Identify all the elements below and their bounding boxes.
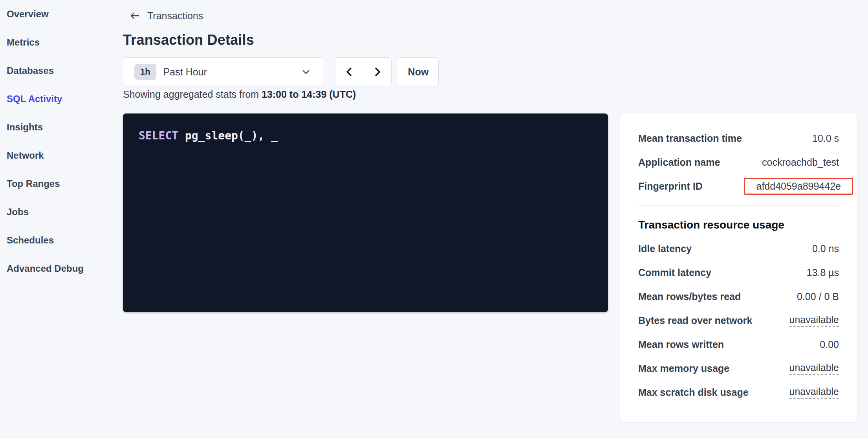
sidebar-item-sql-activity[interactable]: SQL Activity <box>0 85 114 113</box>
previous-interval-button[interactable] <box>335 58 363 86</box>
stat-row-mean-rows-bytes-read: Mean rows/bytes read 0.00 / 0 B <box>638 285 839 309</box>
sidebar-item-network[interactable]: Network <box>0 141 114 170</box>
summary-prefix: Showing aggregated stats from <box>123 89 262 100</box>
application-name-value: cockroachdb_test <box>762 157 839 168</box>
time-range-label: Past Hour <box>163 66 300 78</box>
sidebar-item-top-ranges[interactable]: Top Ranges <box>0 170 114 198</box>
sidebar-item-schedules[interactable]: Schedules <box>0 226 114 254</box>
time-range-dropdown[interactable]: 1h Past Hour <box>123 57 324 86</box>
aggregated-stats-summary: Showing aggregated stats from 13:00 to 1… <box>123 89 356 100</box>
breadcrumb[interactable]: Transactions <box>129 8 203 24</box>
stat-row-application-name: Application name cockroachdb_test <box>638 150 839 174</box>
resource-usage-section-title: Transaction resource usage <box>638 213 839 237</box>
max-scratch-disk-usage-value: unavailable <box>789 386 839 399</box>
fingerprint-id-value[interactable]: afdd4059a899442e <box>744 178 853 195</box>
sql-statement-text: pg_sleep(_), _ <box>178 129 278 142</box>
time-range-badge: 1h <box>134 64 156 80</box>
stat-label: Idle latency <box>638 243 692 254</box>
chevron-left-icon <box>344 66 355 77</box>
stat-row-mean-transaction-time: Mean transaction time 10.0 s <box>638 126 839 150</box>
stat-label: Mean rows/bytes read <box>638 291 741 302</box>
stat-label: Commit latency <box>638 267 711 278</box>
stat-row-idle-latency: Idle latency 0.0 ns <box>638 237 839 261</box>
next-interval-button[interactable] <box>363 58 391 86</box>
mean-rows-written-value: 0.00 <box>820 339 839 350</box>
chevron-down-icon <box>300 66 312 78</box>
time-range-controls: 1h Past Hour Now <box>123 57 439 86</box>
transaction-details-card: Mean transaction time 10.0 s Application… <box>620 113 857 423</box>
max-memory-usage-value: unavailable <box>789 362 839 375</box>
stat-label: Mean transaction time <box>638 133 742 144</box>
stat-label: Application name <box>638 157 720 168</box>
chevron-right-icon <box>372 66 383 77</box>
stat-row-bytes-read-over-network: Bytes read over network unavailable <box>638 309 839 333</box>
sidebar-item-databases[interactable]: Databases <box>0 57 114 85</box>
stat-label: Max scratch disk usage <box>638 387 749 398</box>
mean-rows-bytes-read-value: 0.00 / 0 B <box>797 291 839 302</box>
commit-latency-value: 13.8 µs <box>806 267 839 278</box>
back-arrow-icon[interactable] <box>129 10 141 22</box>
sidebar: Overview Metrics Databases SQL Activity … <box>0 0 114 283</box>
time-step-button-group <box>335 57 392 86</box>
card-divider <box>638 205 839 206</box>
stat-label: Max memory usage <box>638 363 729 374</box>
sql-statement-box: SELECT pg_sleep(_), _ <box>123 113 608 312</box>
stat-label: Fingerprint ID <box>638 181 703 192</box>
stat-row-commit-latency: Commit latency 13.8 µs <box>638 261 839 285</box>
sidebar-item-advanced-debug[interactable]: Advanced Debug <box>0 254 114 283</box>
sidebar-item-metrics[interactable]: Metrics <box>0 28 114 57</box>
summary-time-range: 13:00 to 14:39 (UTC) <box>262 89 356 100</box>
stat-row-max-scratch-disk-usage: Max scratch disk usage unavailable <box>638 380 839 404</box>
sql-keyword: SELECT <box>139 129 178 142</box>
stat-label: Bytes read over network <box>638 315 752 326</box>
page-title: Transaction Details <box>123 32 254 48</box>
stat-row-fingerprint-id: Fingerprint ID afdd4059a899442e <box>638 174 839 198</box>
sidebar-item-insights[interactable]: Insights <box>0 113 114 141</box>
stat-label: Mean rows written <box>638 339 724 350</box>
transaction-details-page: Overview Metrics Databases SQL Activity … <box>0 0 868 439</box>
idle-latency-value: 0.0 ns <box>812 243 839 254</box>
bytes-read-over-network-value: unavailable <box>789 314 839 327</box>
breadcrumb-label[interactable]: Transactions <box>147 10 203 22</box>
sidebar-item-jobs[interactable]: Jobs <box>0 198 114 226</box>
mean-transaction-time-value: 10.0 s <box>812 133 839 144</box>
now-button[interactable]: Now <box>398 57 439 86</box>
sidebar-item-overview[interactable]: Overview <box>0 0 114 28</box>
stat-row-max-memory-usage: Max memory usage unavailable <box>638 357 839 380</box>
stat-row-mean-rows-written: Mean rows written 0.00 <box>638 333 839 357</box>
